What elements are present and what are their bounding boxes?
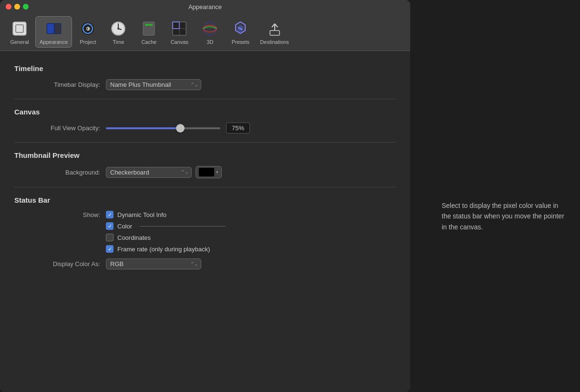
canvas-section: Canvas Full View Opacity: 75% [14, 108, 396, 134]
svg-rect-14 [145, 24, 153, 26]
checkbox-label-dynamic-tool-info: Dynamic Tool Info [117, 211, 166, 218]
canvas-label: Canvas [171, 39, 188, 45]
title-bar: Appearance [0, 0, 410, 13]
opacity-value: 75% [226, 123, 250, 134]
project-label: Project [80, 39, 96, 45]
svg-point-12 [117, 28, 119, 30]
canvas-section-title: Canvas [14, 108, 396, 116]
display-color-as-select[interactable]: RGB HSB HSL Grayscale [106, 258, 201, 269]
checkbox-row-coordinates: Coordinates [106, 234, 226, 241]
status-bar-section: Status Bar Show: ✓ Dynamic Tool Info [14, 196, 396, 269]
timeline-section-title: Timeline [14, 64, 396, 72]
opacity-row: Full View Opacity: 75% [14, 123, 396, 134]
svg-rect-3 [47, 24, 54, 33]
divider-3 [14, 187, 396, 187]
color-swatch [199, 168, 214, 176]
minimize-button[interactable] [14, 4, 20, 10]
show-label: Show: [24, 211, 100, 218]
thumbnail-preview-section: Thumbnail Preview Background: Checkerboa… [14, 151, 396, 178]
display-color-as-row: Display Color As: RGB HSB HSL Grayscale [14, 258, 396, 269]
toolbar-item-general[interactable]: General [5, 17, 34, 47]
timebar-display-row: Timebar Display: Name Plus Thumbnail Nam… [14, 79, 396, 90]
presets-label: Presets [232, 39, 249, 45]
toolbar-item-3d[interactable]: 3D [195, 17, 225, 47]
checkbox-row-dynamic-tool-info: ✓ Dynamic Tool Info [106, 211, 226, 218]
svg-rect-24 [270, 31, 280, 35]
3d-icon [200, 19, 219, 38]
display-color-as-label: Display Color As: [24, 260, 100, 268]
checkbox-group: ✓ Dynamic Tool Info ✓ Color [106, 211, 226, 253]
toolbar-item-presets[interactable]: Presets [226, 17, 255, 47]
opacity-slider-thumb[interactable] [176, 124, 185, 133]
checkbox-row-frame-rate: ✓ Frame rate (only during playback) [106, 245, 226, 253]
timebar-display-select[interactable]: Name Plus Thumbnail Name Only Thumbnail … [106, 79, 201, 90]
checkmark-dynamic-tool-info: ✓ [108, 212, 112, 217]
background-select-wrapper: Checkerboard White Black Gray [106, 167, 192, 178]
divider-1 [14, 99, 396, 99]
annotation-box: Select to display the pixel color value … [442, 200, 566, 232]
general-icon [10, 19, 29, 38]
toolbar-item-time[interactable]: Time [104, 17, 133, 47]
toolbar-item-appearance[interactable]: Appearance [35, 16, 72, 48]
destinations-label: Destinations [260, 39, 289, 45]
checkbox-coordinates[interactable] [106, 234, 114, 241]
svg-rect-15 [145, 27, 153, 29]
svg-point-21 [203, 22, 217, 35]
opacity-label: Full View Opacity: [24, 124, 100, 132]
checkbox-frame-rate[interactable]: ✓ [106, 245, 114, 253]
status-bar-title: Status Bar [14, 196, 396, 204]
svg-rect-0 [13, 22, 26, 35]
time-icon [109, 19, 128, 38]
window-title: Appearance [188, 3, 222, 10]
maximize-button[interactable] [23, 4, 29, 10]
show-row: Show: ✓ Dynamic Tool Info ✓ [14, 211, 396, 253]
traffic-lights [6, 4, 29, 10]
svg-point-22 [203, 25, 217, 32]
main-window: Appearance General [0, 0, 410, 392]
display-color-as-wrapper: RGB HSB HSL Grayscale [106, 258, 201, 269]
thumbnail-preview-title: Thumbnail Preview [14, 151, 396, 159]
toolbar-item-destinations[interactable]: Destinations [256, 17, 293, 47]
canvas-icon [170, 19, 189, 38]
opacity-slider-track[interactable] [106, 127, 220, 129]
cache-label: Cache [141, 39, 156, 45]
svg-rect-16 [145, 30, 153, 31]
background-select[interactable]: Checkerboard White Black Gray [106, 167, 192, 178]
time-label: Time [113, 39, 124, 45]
checkmark-frame-rate: ✓ [108, 247, 112, 252]
toolbar-item-project[interactable]: ③ Project [73, 17, 103, 47]
timeline-section: Timeline Timebar Display: Name Plus Thum… [14, 64, 396, 90]
project-icon: ③ [78, 19, 97, 38]
color-swatch-button[interactable]: ▾ [196, 166, 222, 178]
svg-text:③: ③ [86, 26, 90, 31]
checkbox-dynamic-tool-info[interactable]: ✓ [106, 211, 114, 218]
timebar-display-wrapper: Name Plus Thumbnail Name Only Thumbnail … [106, 79, 201, 90]
checkbox-label-coordinates: Coordinates [117, 234, 151, 241]
checkbox-label-frame-rate: Frame rate (only during playback) [117, 246, 210, 253]
checkbox-color[interactable]: ✓ [106, 222, 114, 230]
general-label: General [10, 39, 29, 45]
presets-icon [231, 19, 250, 38]
checkbox-row-color: ✓ Color [106, 222, 226, 230]
toolbar-item-canvas[interactable]: Canvas [165, 17, 194, 47]
background-controls: Checkerboard White Black Gray ▾ [106, 166, 222, 178]
svg-rect-4 [55, 24, 61, 33]
3d-label: 3D [207, 39, 213, 45]
checkbox-label-color: Color [117, 223, 132, 230]
color-swatch-arrow: ▾ [216, 170, 218, 175]
cache-icon [139, 19, 158, 38]
timebar-display-label: Timebar Display: [24, 81, 100, 88]
toolbar-item-cache[interactable]: Cache [134, 17, 164, 47]
opacity-slider-wrapper: 75% [106, 123, 250, 134]
background-label: Background: [24, 169, 100, 176]
annotation-text: Select to display the pixel color value … [442, 202, 564, 231]
close-button[interactable] [6, 4, 11, 10]
divider-2 [14, 142, 396, 143]
appearance-icon [44, 19, 63, 38]
background-row: Background: Checkerboard White Black Gra… [14, 166, 396, 178]
checkmark-color: ✓ [108, 224, 112, 229]
toolbar: General Appearance [0, 13, 410, 51]
appearance-label: Appearance [40, 39, 68, 45]
content-area: Timeline Timebar Display: Name Plus Thum… [0, 51, 410, 392]
destinations-icon [265, 19, 284, 38]
